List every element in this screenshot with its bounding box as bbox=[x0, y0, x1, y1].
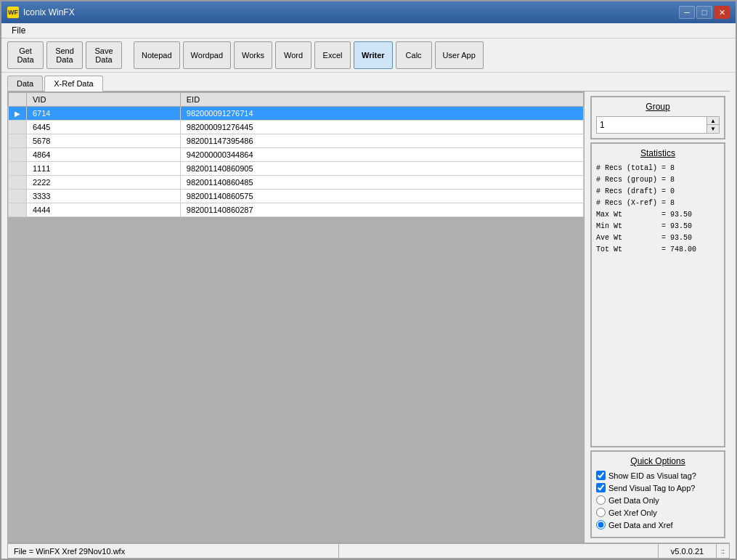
radio-label: Get Data Only bbox=[608, 496, 659, 505]
writer-button[interactable]: Writer bbox=[354, 41, 393, 69]
row-indicator bbox=[9, 148, 27, 162]
cell-vid: 2222 bbox=[27, 176, 181, 190]
radio-label: Get Xref Only bbox=[608, 508, 657, 517]
statistics-content: # Recs (total) = 8 # Recs (group) = 8 # … bbox=[596, 163, 720, 256]
title-bar: WF Iconix WinFX ─ □ ✕ bbox=[1, 1, 736, 23]
table-row[interactable]: 5678 982001147395486 bbox=[9, 134, 584, 148]
quick-options-box: Quick Options Show EID as Visual tag? Se… bbox=[590, 450, 725, 538]
radio-get-data-xref[interactable] bbox=[596, 520, 606, 529]
checkbox-send-visual[interactable] bbox=[596, 483, 606, 492]
cell-vid: 1111 bbox=[27, 162, 181, 176]
cell-vid: 4864 bbox=[27, 148, 181, 162]
radio-row: Get Data Only bbox=[596, 495, 720, 505]
quick-options-title: Quick Options bbox=[596, 456, 720, 466]
group-input[interactable] bbox=[597, 118, 707, 131]
group-box: Group ▲ ▼ bbox=[590, 96, 725, 139]
cell-eid: 982001140860287 bbox=[180, 203, 583, 217]
status-file-text: File = WinFX Xref 29Nov10.wfx bbox=[7, 543, 339, 559]
calc-button[interactable]: Calc bbox=[396, 41, 432, 69]
wordpad-button[interactable]: Wordpad bbox=[183, 41, 231, 69]
close-button[interactable]: ✕ bbox=[714, 6, 730, 19]
spinner-buttons: ▲ ▼ bbox=[707, 117, 719, 133]
spinner-up-button[interactable]: ▲ bbox=[707, 117, 719, 125]
row-indicator bbox=[9, 121, 27, 134]
status-version: v5.0.0.21 bbox=[659, 543, 717, 559]
checkbox-show-eid[interactable] bbox=[596, 471, 606, 480]
radio-get-xref-only[interactable] bbox=[596, 508, 606, 517]
col-header-eid: EID bbox=[180, 93, 583, 107]
table-row[interactable]: 6445 982000091276445 bbox=[9, 121, 584, 134]
user-app-button[interactable]: User App bbox=[435, 41, 484, 69]
status-middle bbox=[339, 543, 659, 559]
row-indicator bbox=[9, 176, 27, 190]
word-button[interactable]: Word bbox=[275, 41, 312, 69]
row-indicator bbox=[9, 203, 27, 217]
cell-eid: 982001140860575 bbox=[180, 190, 583, 203]
group-spinner[interactable]: ▲ ▼ bbox=[596, 116, 720, 134]
col-header-indicator bbox=[9, 93, 27, 107]
menu-bar: File bbox=[1, 23, 736, 38]
window-controls: ─ □ ✕ bbox=[679, 6, 730, 19]
col-header-vid: VID bbox=[27, 93, 181, 107]
table-row[interactable]: 2222 982001140860485 bbox=[9, 176, 584, 190]
radio-row: Get Data and Xref bbox=[596, 520, 720, 529]
cell-eid: 942000000344864 bbox=[180, 148, 583, 162]
data-table: VID EID ▶ 6714 982000091276714 6445 9820… bbox=[8, 92, 584, 217]
table-row[interactable]: 3333 982001140860575 bbox=[9, 190, 584, 203]
radio-label: Get Data and Xref bbox=[608, 521, 673, 529]
content-area: VID EID ▶ 6714 982000091276714 6445 9820… bbox=[7, 91, 730, 543]
group-title: Group bbox=[596, 102, 720, 112]
row-indicator: ▶ bbox=[9, 107, 27, 121]
cell-eid: 982000091276445 bbox=[180, 121, 583, 134]
menu-file[interactable]: File bbox=[7, 24, 30, 37]
row-indicator bbox=[9, 190, 27, 203]
checkbox-label: Send Visual Tag to App? bbox=[608, 484, 695, 492]
checkbox-row: Send Visual Tag to App? bbox=[596, 483, 720, 492]
table-wrapper[interactable]: VID EID ▶ 6714 982000091276714 6445 9820… bbox=[8, 92, 584, 217]
table-row[interactable]: 4444 982001140860287 bbox=[9, 203, 584, 217]
title-bar-left: WF Iconix WinFX bbox=[7, 7, 75, 18]
status-bar: File = WinFX Xref 29Nov10.wfx v5.0.0.21 … bbox=[7, 543, 730, 559]
works-button[interactable]: Works bbox=[234, 41, 272, 69]
cell-vid: 6714 bbox=[27, 107, 181, 121]
checkbox-row: Show EID as Visual tag? bbox=[596, 471, 720, 480]
cell-eid: 982000091276714 bbox=[180, 107, 583, 121]
cell-eid: 982001147395486 bbox=[180, 134, 583, 148]
cell-vid: 5678 bbox=[27, 134, 181, 148]
save-data-button[interactable]: Save Data bbox=[86, 41, 122, 69]
get-data-button[interactable]: Get Data bbox=[7, 41, 44, 69]
statistics-box: Statistics # Recs (total) = 8 # Recs (gr… bbox=[590, 142, 725, 447]
window-title: Iconix WinFX bbox=[23, 7, 75, 17]
tab-data[interactable]: Data bbox=[7, 76, 43, 91]
row-indicator bbox=[9, 134, 27, 148]
status-icon[interactable]: :: bbox=[717, 543, 730, 559]
radio-get-data-only[interactable] bbox=[596, 495, 606, 505]
cell-vid: 6445 bbox=[27, 121, 181, 134]
restore-button[interactable]: □ bbox=[696, 6, 712, 19]
table-row[interactable]: 1111 982001140860905 bbox=[9, 162, 584, 176]
radio-row: Get Xref Only bbox=[596, 508, 720, 517]
right-panel: Group ▲ ▼ Statistics # Recs (total) = 8 … bbox=[585, 92, 730, 543]
checkboxes-container: Show EID as Visual tag? Send Visual Tag … bbox=[596, 471, 720, 492]
spinner-down-button[interactable]: ▼ bbox=[707, 125, 719, 133]
table-row[interactable]: 4864 942000000344864 bbox=[9, 148, 584, 162]
tabs-row: Data X-Ref Data bbox=[1, 73, 736, 91]
cell-vid: 3333 bbox=[27, 190, 181, 203]
cell-eid: 982001140860905 bbox=[180, 162, 583, 176]
tab-x-ref-data[interactable]: X-Ref Data bbox=[44, 76, 102, 92]
toolbar: Get Data Send Data Save Data Notepad Wor… bbox=[1, 38, 736, 73]
notepad-button[interactable]: Notepad bbox=[134, 41, 180, 69]
row-indicator bbox=[9, 162, 27, 176]
minimize-button[interactable]: ─ bbox=[679, 6, 695, 19]
main-window: WF Iconix WinFX ─ □ ✕ File Get Data Send… bbox=[0, 0, 737, 560]
statistics-title: Statistics bbox=[596, 148, 720, 158]
checkbox-label: Show EID as Visual tag? bbox=[608, 471, 696, 480]
app-icon: WF bbox=[7, 7, 19, 18]
send-data-button[interactable]: Send Data bbox=[46, 41, 83, 69]
cell-vid: 4444 bbox=[27, 203, 181, 217]
table-row[interactable]: ▶ 6714 982000091276714 bbox=[9, 107, 584, 121]
cell-eid: 982001140860485 bbox=[180, 176, 583, 190]
data-panel: VID EID ▶ 6714 982000091276714 6445 9820… bbox=[7, 92, 585, 543]
excel-button[interactable]: Excel bbox=[314, 41, 351, 69]
radios-container: Get Data Only Get Xref Only Get Data and… bbox=[596, 495, 720, 529]
